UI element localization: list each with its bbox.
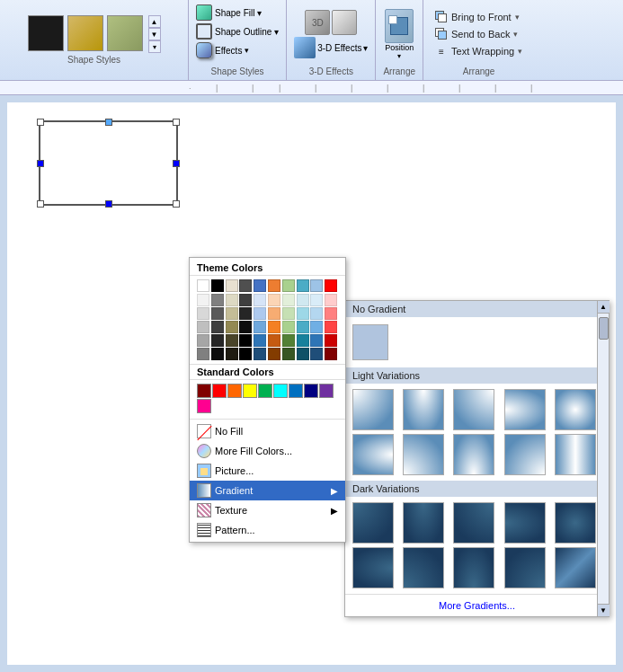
ts-3-9[interactable]: [310, 321, 323, 333]
grad-dk-cr[interactable]: [352, 547, 394, 588]
ts-3-5[interactable]: [254, 321, 266, 333]
send-to-back-btn[interactable]: Send to Back ▾: [431, 26, 527, 42]
ts-1-8[interactable]: [297, 294, 309, 306]
grad-dk-bl[interactable]: [403, 547, 444, 588]
shape-fill-btn[interactable]: Shape Fill ▾: [194, 4, 280, 22]
grad-lt-cc[interactable]: [555, 389, 596, 430]
tc-black[interactable]: [211, 279, 224, 292]
ts-4-5[interactable]: [254, 334, 266, 347]
text-wrapping-btn[interactable]: ≡ Text Wrapping ▾: [431, 43, 527, 59]
grad-lt-cr[interactable]: [352, 434, 394, 475]
shape-effects-btn[interactable]: Effects ▾: [194, 41, 280, 59]
no-fill-item[interactable]: No Fill: [190, 421, 345, 441]
sc-orange[interactable]: [227, 384, 242, 398]
ts-1-4[interactable]: [239, 294, 252, 306]
tc-white[interactable]: [197, 279, 209, 292]
ts-3-2[interactable]: [211, 321, 224, 333]
ts-2-7[interactable]: [282, 307, 295, 320]
sc-blue[interactable]: [289, 384, 303, 398]
ts-2-5[interactable]: [254, 307, 266, 320]
shape-outline-btn[interactable]: Shape Outline ▾: [194, 22, 280, 40]
shape-styles-scroll-up[interactable]: ▲: [148, 15, 161, 28]
scroll-down-btn[interactable]: ▼: [598, 604, 610, 616]
ts-2-6[interactable]: [268, 307, 280, 320]
grad-dk-br[interactable]: [504, 547, 546, 588]
ts-4-8[interactable]: [297, 334, 309, 347]
tc-teal[interactable]: [297, 279, 309, 292]
ts-5-3[interactable]: [226, 348, 238, 360]
grad-dk-d1[interactable]: [555, 547, 596, 588]
3d-btn-1[interactable]: 3D: [305, 10, 330, 35]
ts-1-6[interactable]: [268, 294, 280, 306]
grad-lt-bl[interactable]: [403, 434, 444, 475]
ts-2-4[interactable]: [239, 307, 252, 320]
ts-5-1[interactable]: [197, 348, 209, 360]
3d-btn-2[interactable]: [332, 10, 357, 35]
ts-1-7[interactable]: [282, 294, 295, 306]
grad-lt-tr[interactable]: [453, 389, 494, 430]
pattern-item[interactable]: Pattern...: [190, 520, 345, 540]
ts-2-1[interactable]: [197, 307, 209, 320]
grad-dk-tc[interactable]: [403, 502, 444, 544]
handle-tr[interactable]: [173, 119, 180, 126]
grad-lt-cl[interactable]: [504, 389, 546, 430]
handle-br[interactable]: [173, 200, 180, 208]
ts-2-9[interactable]: [310, 307, 323, 320]
ts-4-6[interactable]: [268, 334, 280, 347]
ts-3-3[interactable]: [226, 321, 238, 333]
handle-bl[interactable]: [37, 200, 44, 208]
shape-styles-more[interactable]: ▾: [148, 40, 161, 53]
sc-yellow[interactable]: [243, 384, 257, 398]
more-fill-colors-item[interactable]: More Fill Colors...: [190, 441, 345, 461]
tc-beige[interactable]: [226, 279, 238, 292]
tc-blue[interactable]: [254, 279, 266, 292]
shape-swatch-black[interactable]: [28, 15, 64, 51]
gradient-item[interactable]: Gradient ▶: [190, 481, 345, 500]
ts-1-9[interactable]: [310, 294, 323, 306]
ts-5-6[interactable]: [268, 348, 280, 360]
shape-styles-scroll-down[interactable]: ▼: [148, 28, 161, 40]
handle-ml[interactable]: [37, 160, 44, 167]
ts-3-10[interactable]: [325, 321, 337, 333]
ts-5-9[interactable]: [310, 348, 323, 360]
sc-red[interactable]: [212, 384, 227, 398]
tc-gray[interactable]: [239, 279, 252, 292]
3d-effects-btn[interactable]: 3-D Effects ▾: [294, 37, 368, 58]
ts-5-8[interactable]: [297, 348, 309, 360]
ts-1-5[interactable]: [254, 294, 266, 306]
ts-4-4[interactable]: [239, 334, 252, 347]
ts-3-1[interactable]: [197, 321, 209, 333]
ts-1-1[interactable]: [197, 294, 209, 306]
texture-item[interactable]: Texture ▶: [190, 500, 345, 520]
grad-dk-cc[interactable]: [555, 502, 596, 544]
grad-dk-lt[interactable]: [352, 502, 394, 544]
grad-dk-cl[interactable]: [504, 502, 546, 544]
bring-to-front-btn[interactable]: Bring to Front ▾: [431, 9, 527, 25]
handle-tl[interactable]: [37, 119, 44, 126]
grad-lt-br[interactable]: [504, 434, 546, 475]
ts-1-2[interactable]: [211, 294, 224, 306]
more-gradients-btn[interactable]: More Gradients...: [345, 594, 609, 616]
canvas-shape[interactable]: [39, 120, 178, 206]
ts-1-3[interactable]: [226, 294, 238, 306]
tc-orange[interactable]: [268, 279, 280, 292]
ts-4-9[interactable]: [310, 334, 323, 347]
grad-dk-bc[interactable]: [453, 547, 494, 588]
ts-5-5[interactable]: [254, 348, 266, 360]
ts-4-10[interactable]: [325, 334, 337, 347]
ts-2-3[interactable]: [226, 307, 238, 320]
ts-3-8[interactable]: [297, 321, 309, 333]
sc-darkred[interactable]: [197, 384, 211, 398]
sc-cyan[interactable]: [273, 384, 288, 398]
scroll-thumb[interactable]: [599, 317, 609, 340]
scroll-up-btn[interactable]: ▲: [598, 301, 610, 314]
handle-tm[interactable]: [105, 119, 112, 126]
grad-lt-tc[interactable]: [403, 389, 444, 430]
ts-5-4[interactable]: [239, 348, 252, 360]
ts-3-7[interactable]: [282, 321, 295, 333]
picture-item[interactable]: Picture...: [190, 461, 345, 481]
ts-4-3[interactable]: [226, 334, 238, 347]
tc-green[interactable]: [282, 279, 295, 292]
sc-navy[interactable]: [304, 384, 318, 398]
ts-2-10[interactable]: [325, 307, 337, 320]
